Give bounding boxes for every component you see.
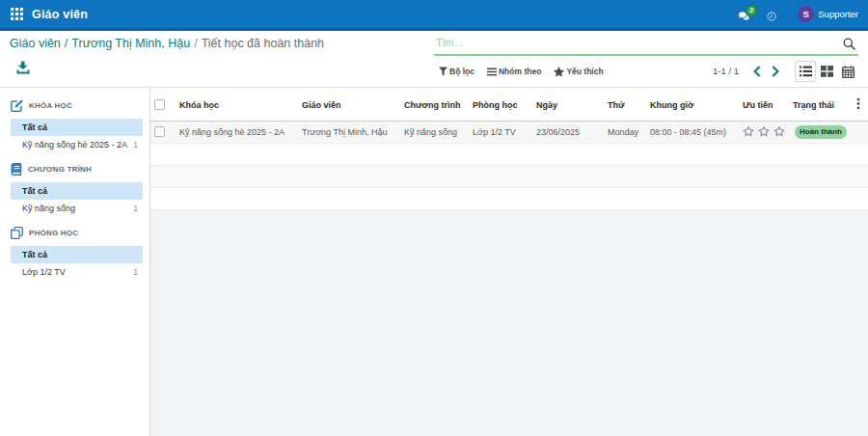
sidebar-filter-item[interactable]: Tất cả [11, 119, 143, 136]
column-header-ngay[interactable]: Ngày [532, 88, 604, 121]
priority-star-icon[interactable] [773, 125, 785, 138]
records-table: Khóa học Giáo viên Chương trình Phòng họ… [150, 88, 868, 210]
user-menu[interactable]: S Supporter [798, 6, 858, 22]
messages-button[interactable]: 2 [739, 0, 749, 28]
column-header-phong-hoc[interactable]: Phòng học [469, 88, 532, 121]
edit-icon [11, 99, 23, 112]
clone-icon [11, 227, 23, 239]
breadcrumb-separator: / [190, 37, 201, 50]
chevron-left-icon [753, 66, 761, 77]
group-by-label: Nhóm theo [499, 67, 541, 76]
export-download-button[interactable] [16, 61, 30, 74]
pager-next-button[interactable] [766, 61, 784, 82]
select-all-cell [150, 88, 176, 121]
sidebar-section-khoa-hoc: KHÓA HỌC Tất cả Kỹ năng sống hè 2025 - 2… [0, 98, 149, 153]
status-badge: Hoàn thành [795, 125, 847, 139]
view-switcher [795, 61, 858, 82]
sidebar-item-label: Tất cả [22, 250, 47, 259]
favorite-star-icon [554, 67, 564, 77]
group-by-icon [487, 68, 497, 76]
sidebar-item-count: 1 [129, 267, 138, 277]
cell-phong-hoc[interactable]: Lớp 1/2 TV [469, 121, 532, 143]
apps-menu-button[interactable] [0, 0, 34, 28]
table-row[interactable]: Kỹ năng sống hè 2025 - 2A Trương Thị Min… [150, 121, 868, 143]
column-header-khung-gio[interactable]: Khung giờ [646, 88, 739, 121]
sidebar-filter-item[interactable]: Kỹ năng sống hè 2025 - 2A 1 [11, 136, 143, 153]
breadcrumb-link-teacher[interactable]: Trương Thị Minh, Hậu [71, 37, 190, 50]
select-all-checkbox[interactable] [154, 99, 165, 110]
empty-row [150, 187, 868, 209]
calendar-view-icon [842, 66, 854, 78]
optional-columns-icon[interactable] [856, 97, 860, 110]
priority-star-icon[interactable] [758, 125, 770, 138]
app-title[interactable]: Giáo viên [32, 8, 88, 21]
row-checkbox[interactable] [154, 126, 165, 137]
user-avatar: S [798, 6, 814, 22]
cell-thu[interactable]: Monday [604, 121, 646, 143]
cell-giao-vien[interactable]: Trương Thị Minh, Hậu [298, 121, 400, 143]
search-panel-sidebar: KHÓA HỌC Tất cả Kỹ năng sống hè 2025 - 2… [0, 88, 150, 436]
sidebar-item-label: Kỹ năng sống [22, 204, 75, 213]
priority-star-icon[interactable] [743, 125, 754, 138]
breadcrumb-separator: / [61, 37, 71, 50]
sidebar-section-label: KHÓA HỌC [29, 101, 72, 110]
favorites-button[interactable]: Yêu thích [554, 67, 603, 77]
cell-chuong-trinh[interactable]: Kỹ năng sống [400, 121, 469, 143]
sidebar-section-title: KHÓA HỌC [0, 98, 149, 112]
book-icon [11, 163, 22, 176]
calendar-view-button[interactable] [837, 61, 858, 82]
breadcrumb: Giáo viên/Trương Thị Minh, Hậu/Tiết học … [10, 37, 324, 50]
sidebar-item-label: Lớp 1/2 TV [22, 267, 66, 277]
search-input[interactable] [436, 37, 831, 48]
cell-empty [853, 121, 868, 143]
search-bar [434, 33, 858, 56]
user-name: Supporter [818, 9, 858, 19]
sidebar-section-label: CHƯƠNG TRÌNH [28, 165, 92, 174]
empty-row [150, 143, 868, 165]
list-view-button[interactable] [795, 61, 816, 82]
download-icon [16, 61, 30, 74]
column-header-trang-thai[interactable]: Trạng thái [789, 88, 853, 121]
breadcrumb-link-giao-vien[interactable]: Giáo viên [10, 37, 61, 50]
group-by-button[interactable]: Nhóm theo [487, 67, 541, 76]
sidebar-item-label: Kỹ năng sống hè 2025 - 2A [22, 140, 127, 150]
favorites-label: Yêu thích [566, 67, 603, 76]
sidebar-section-phong-hoc: PHÒNG HỌC Tất cả Lớp 1/2 TV 1 [0, 226, 149, 281]
column-header-thu[interactable]: Thứ [604, 88, 646, 121]
sidebar-section-chuong-trinh: CHƯƠNG TRÌNH Tất cả Kỹ năng sống 1 [0, 162, 149, 217]
optional-columns-cell [853, 88, 868, 121]
search-options: Bộ lọc Nhóm theo Yêu thích [439, 63, 616, 80]
message-count-badge: 2 [746, 5, 757, 16]
cell-trang-thai: Hoàn thành [789, 121, 853, 143]
column-header-chuong-trinh[interactable]: Chương trình [400, 88, 469, 121]
sidebar-filter-item[interactable]: Kỹ năng sống 1 [11, 200, 143, 217]
search-icon[interactable] [843, 38, 855, 50]
sidebar-section-label: PHÒNG HỌC [29, 229, 78, 237]
column-header-giao-vien[interactable]: Giáo viên [298, 88, 400, 121]
cell-uu-tien [739, 121, 789, 143]
sidebar-filter-item[interactable]: Lớp 1/2 TV 1 [11, 263, 143, 281]
list-view-icon [800, 66, 812, 77]
top-navbar: Giáo viên 2 S Supporter [0, 0, 868, 31]
sidebar-filter-item[interactable]: Tất cả [11, 246, 143, 263]
filters-button[interactable]: Bộ lọc [439, 67, 475, 76]
sidebar-filter-item[interactable]: Tất cả [11, 182, 143, 200]
apps-grid-icon [11, 8, 23, 20]
column-header-khoa-hoc[interactable]: Khóa học [176, 88, 298, 121]
kanban-view-button[interactable] [816, 61, 837, 82]
pager-previous-button[interactable] [747, 61, 766, 82]
sidebar-item-label: Tất cả [22, 186, 47, 196]
sidebar-section-title: PHÒNG HỌC [0, 226, 149, 239]
sidebar-item-count: 1 [129, 204, 138, 213]
content-area: KHÓA HỌC Tất cả Kỹ năng sống hè 2025 - 2… [0, 88, 868, 436]
filter-icon [439, 67, 448, 76]
pager-counter: 1-1 / 1 [713, 61, 739, 82]
list-view: Khóa học Giáo viên Chương trình Phòng họ… [150, 88, 868, 436]
column-header-uu-tien[interactable]: Ưu tiên [739, 88, 789, 121]
table-header-row: Khóa học Giáo viên Chương trình Phòng họ… [150, 88, 868, 121]
row-select-cell [150, 121, 176, 143]
activities-button[interactable] [766, 0, 776, 28]
cell-ngay[interactable]: 23/06/2025 [532, 121, 604, 143]
cell-khung-gio[interactable]: 08:00 - 08:45 (45m) [646, 121, 739, 143]
cell-khoa-hoc[interactable]: Kỹ năng sống hè 2025 - 2A [176, 121, 298, 143]
